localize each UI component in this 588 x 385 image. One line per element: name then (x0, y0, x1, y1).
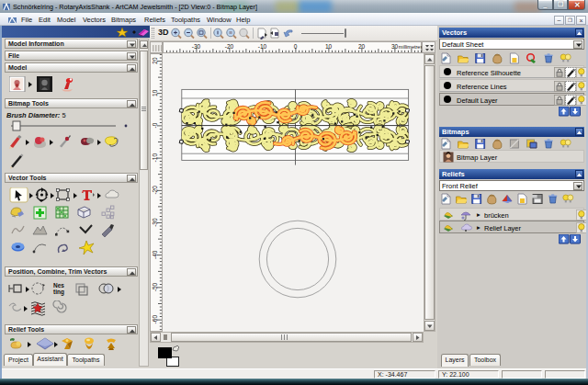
svg-text:-50: -50 (152, 282, 158, 291)
svg-text:10: 10 (152, 89, 158, 96)
svg-text:30: 30 (391, 43, 399, 50)
svg-text:-10: -10 (152, 153, 158, 163)
svg-text:ting: ting (53, 289, 64, 296)
svg-text:10: 10 (325, 43, 333, 50)
svg-text:Nes: Nes (53, 282, 64, 289)
svg-text:-20: -20 (225, 43, 234, 50)
svg-text:-10: -10 (258, 43, 267, 50)
svg-text:-30: -30 (192, 43, 201, 50)
svg-text:-40: -40 (152, 250, 158, 259)
svg-text:-20: -20 (152, 186, 158, 195)
svg-text:-0: -0 (152, 122, 158, 128)
svg-text:millimetres: millimetres (399, 44, 423, 50)
svg-text:20: 20 (152, 57, 158, 64)
svg-text:-60: -60 (152, 315, 158, 324)
svg-text:-30: -30 (152, 218, 158, 227)
svg-text:0: 0 (294, 43, 298, 50)
svg-text:20: 20 (358, 43, 366, 50)
